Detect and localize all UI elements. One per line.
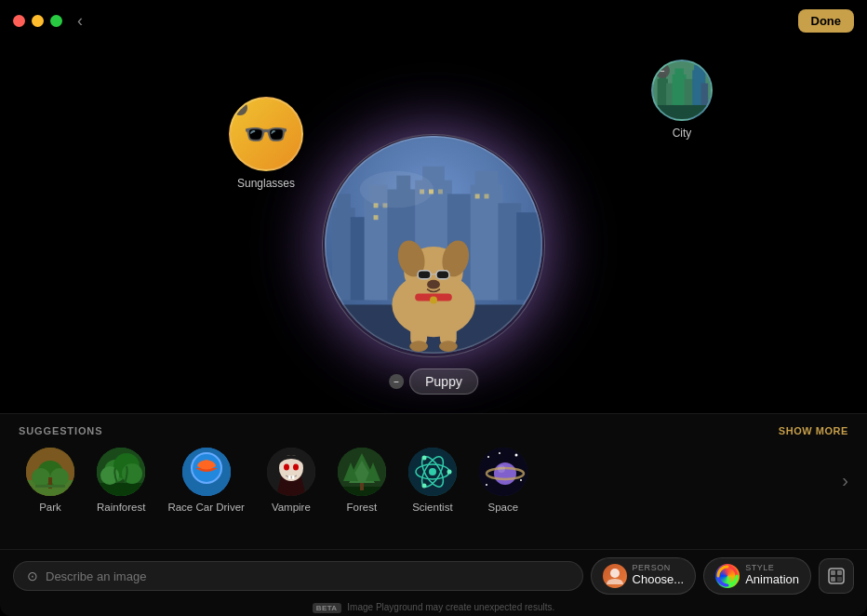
suggestion-vampire[interactable]: Vampire (256, 444, 327, 516)
race-car-driver-label: Race Car Driver (167, 502, 244, 513)
search-icon: ⊙ (27, 569, 38, 583)
svg-point-94 (499, 452, 500, 454)
svg-point-71 (293, 464, 299, 471)
style-sublabel: STYLE (745, 564, 774, 572)
scientist-label: Scientist (412, 502, 452, 513)
svg-rect-31 (418, 271, 431, 279)
minimize-button[interactable] (32, 15, 44, 27)
svg-rect-32 (436, 271, 449, 279)
remove-sunglasses-button[interactable]: − (233, 100, 247, 115)
canvas-area: − 🕶️ Sunglasses − City − (0, 41, 867, 450)
done-button[interactable]: Done (798, 9, 855, 33)
city-label: City (673, 127, 692, 140)
svg-rect-101 (831, 570, 835, 575)
suggestion-race-car-driver[interactable]: Race Car Driver (156, 444, 255, 516)
rainforest-icon (97, 448, 145, 496)
svg-point-56 (50, 468, 69, 487)
svg-point-40 (439, 341, 458, 352)
svg-rect-104 (837, 577, 842, 582)
race-car-driver-icon (182, 448, 231, 496)
person-label: Choose... (633, 572, 685, 588)
svg-point-26 (360, 171, 434, 208)
remove-city-button[interactable]: − (655, 63, 670, 78)
maximize-button[interactable] (50, 15, 62, 27)
bottom-section: SUGGESTIONS SHOW MORE Park (0, 413, 867, 616)
back-button[interactable]: ‹ (77, 12, 83, 29)
sunglasses-item: − 🕶️ Sunglasses (229, 97, 303, 190)
suggestions-header: SUGGESTIONS SHOW MORE (0, 414, 867, 444)
space-label: Space (488, 502, 519, 513)
svg-rect-102 (837, 570, 842, 575)
close-button[interactable] (13, 15, 25, 27)
svg-point-93 (520, 479, 522, 481)
svg-rect-73 (292, 475, 295, 479)
svg-rect-58 (35, 485, 65, 488)
svg-point-87 (421, 456, 426, 461)
svg-rect-103 (831, 577, 835, 582)
svg-point-82 (429, 468, 436, 475)
style-label: Animation (745, 572, 799, 588)
rainforest-label: Rainforest (97, 502, 145, 513)
svg-rect-18 (374, 215, 379, 220)
svg-point-70 (284, 464, 289, 471)
sunglasses-emoji: 🕶️ (243, 113, 289, 156)
svg-rect-46 (674, 69, 683, 79)
sunglasses-label: Sunglasses (237, 177, 295, 190)
svg-point-91 (514, 454, 517, 457)
svg-rect-13 (475, 171, 499, 190)
svg-point-97 (498, 465, 505, 473)
svg-point-92 (486, 484, 487, 486)
person-icon (603, 564, 627, 588)
image-description-input[interactable] (46, 569, 569, 583)
search-bar[interactable]: ⊙ (13, 561, 583, 591)
park-icon (26, 448, 74, 496)
svg-point-86 (447, 470, 451, 475)
vampire-label: Vampire (272, 502, 311, 513)
forest-label: Forest (347, 502, 378, 513)
svg-rect-60 (97, 483, 145, 496)
style-selector-button[interactable]: STYLE Animation (703, 557, 811, 595)
svg-rect-22 (475, 194, 480, 198)
traffic-lights (13, 15, 62, 27)
city-item: − City (651, 60, 713, 140)
suggestion-forest[interactable]: Forest (327, 444, 397, 516)
suggestions-label: SUGGESTIONS (19, 425, 102, 436)
park-label: Park (39, 502, 61, 513)
svg-rect-23 (485, 194, 489, 198)
svg-rect-21 (438, 190, 443, 194)
svg-point-36 (430, 297, 437, 304)
svg-point-55 (32, 468, 50, 487)
vampire-icon (267, 448, 315, 496)
space-icon (479, 448, 527, 496)
title-bar: ‹ Done (0, 0, 867, 41)
svg-rect-72 (288, 475, 291, 479)
person-sublabel: PERSON (633, 564, 671, 572)
svg-rect-51 (653, 105, 711, 119)
svg-rect-3 (337, 194, 351, 212)
beta-notice-text: Image Playground may create unexpected r… (347, 602, 554, 612)
main-image-bubble[interactable] (322, 134, 545, 357)
gallery-button[interactable] (819, 558, 854, 594)
puppy-tag: − Puppy (389, 368, 478, 395)
forest-icon (338, 448, 386, 496)
show-more-button[interactable]: SHOW MORE (779, 425, 848, 436)
svg-point-34 (427, 280, 440, 289)
suggestion-space[interactable]: Space (468, 444, 539, 516)
person-selector-button[interactable]: PERSON Choose... (591, 557, 697, 595)
svg-rect-12 (471, 185, 503, 301)
beta-notice: BETA Image Playground may create unexpec… (0, 602, 867, 616)
svg-point-95 (494, 462, 516, 485)
bottom-toolbar: ⊙ PERSON Choose... (0, 549, 867, 602)
svg-point-98 (610, 569, 620, 578)
suggestion-park[interactable]: Park (15, 444, 86, 516)
remove-puppy-button[interactable]: − (389, 374, 404, 389)
svg-point-90 (487, 456, 489, 458)
suggestion-scientist[interactable]: Scientist (397, 444, 468, 516)
svg-rect-49 (694, 65, 703, 74)
suggestions-next-button[interactable]: › (838, 470, 852, 491)
svg-point-88 (421, 484, 426, 489)
scientist-icon (408, 448, 457, 496)
suggestion-rainforest[interactable]: Rainforest (86, 444, 156, 516)
style-icon (715, 564, 740, 588)
suggestions-row: Park Rainforest (0, 444, 867, 516)
